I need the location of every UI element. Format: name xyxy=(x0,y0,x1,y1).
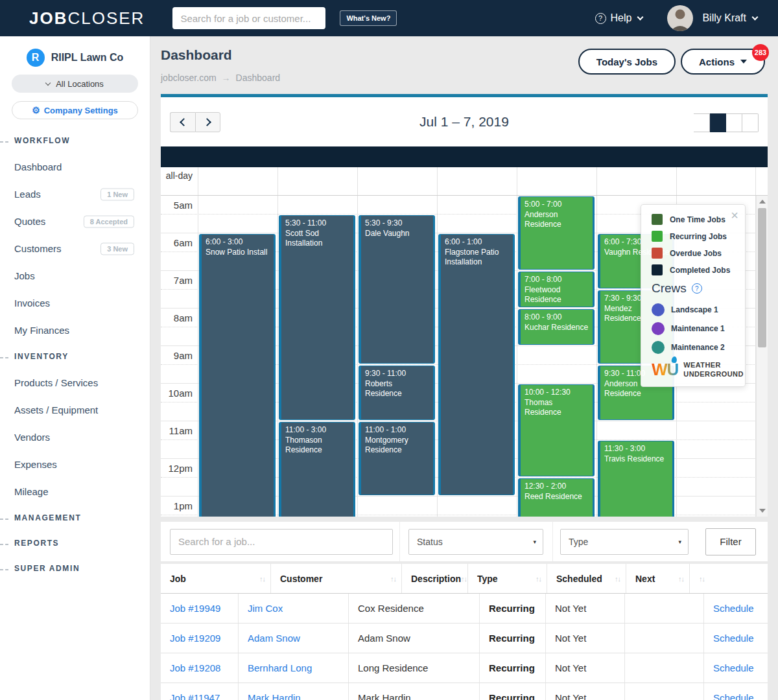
calendar-event-montgomery-residence[interactable]: 11:00 - 1:00 Montgomery Residence xyxy=(359,422,435,495)
customer-link[interactable]: Bernhard Long xyxy=(248,662,312,673)
job-link[interactable]: Job #11947 xyxy=(170,692,220,700)
scroll-down-icon[interactable] xyxy=(759,509,766,513)
table-header-cell[interactable] xyxy=(690,564,710,593)
legend-item: Recurring Jobs xyxy=(652,231,738,242)
close-icon[interactable] xyxy=(731,209,738,222)
table-header-row: Job Customer Description Type Scheduled xyxy=(161,564,768,594)
calendar-event-kuchar-residence[interactable]: 8:00 - 9:00 Kuchar Residence xyxy=(518,309,595,345)
sidebar-item-leads[interactable]: Leads 1 New xyxy=(0,181,150,208)
event-title: Anderson Residence xyxy=(525,210,590,230)
calendar-event-flagstone-patio-installation[interactable]: 6:00 - 1:00 Flagstone Patio Installation xyxy=(438,234,515,495)
view-button-month[interactable] xyxy=(694,113,710,132)
table-header-cell[interactable]: Description xyxy=(402,564,468,593)
whats-new-button[interactable]: What's New? xyxy=(340,10,397,26)
calendar-event-dale-vaughn[interactable]: 5:30 - 9:30 Dale Vaughn xyxy=(359,215,435,364)
user-avatar[interactable] xyxy=(667,5,693,31)
help-label: Help xyxy=(611,12,632,24)
sort-icon[interactable] xyxy=(461,575,467,583)
table-header-cell[interactable]: Type xyxy=(468,564,547,593)
table-header-cell[interactable]: Next xyxy=(626,564,690,593)
app-logo[interactable]: JOBCLOSER xyxy=(29,8,145,29)
customer-link[interactable]: Jim Cox xyxy=(248,603,283,614)
scrollbar-thumb[interactable] xyxy=(758,208,766,347)
calendar-event-scott-sod-installation[interactable]: 5:30 - 11:00 Scott Sod Installation xyxy=(279,215,355,420)
table-row: Job #19208 Bernhard Long Long Residence … xyxy=(161,653,768,683)
schedule-link[interactable]: Schedule xyxy=(713,692,754,700)
company-settings-button[interactable]: ⚙ Company Settings xyxy=(12,101,138,119)
sidebar-section-management: MANAGEMENT xyxy=(0,506,150,531)
sidebar-item-products-services[interactable]: Products / Services xyxy=(0,369,150,397)
event-time: 6:00 - 1:00 xyxy=(445,237,510,248)
sidebar-item-invoices[interactable]: Invoices xyxy=(0,290,150,317)
filter-button[interactable]: Filter xyxy=(705,528,756,555)
menu-label: INVENTORY xyxy=(14,352,69,361)
sidebar-item-mileage[interactable]: Mileage xyxy=(0,478,150,506)
table-header-cell[interactable]: Job xyxy=(161,564,271,593)
sort-icon[interactable] xyxy=(536,575,541,583)
crews-help-icon[interactable] xyxy=(692,283,702,294)
sidebar-item-assets-equipment[interactable]: Assets / Equipment xyxy=(0,397,150,424)
todays-jobs-button[interactable]: Today's Jobs xyxy=(578,49,676,75)
company-name: RIIPL Lawn Co xyxy=(51,52,124,64)
actions-button[interactable]: Actions 283 xyxy=(681,49,765,75)
type-cell: Recurring xyxy=(489,692,535,700)
time-label: 8am xyxy=(161,309,193,327)
job-search-input[interactable] xyxy=(170,529,393,555)
schedule-link[interactable]: Schedule xyxy=(713,603,754,614)
view-button-day[interactable] xyxy=(726,113,742,132)
scroll-up-icon[interactable] xyxy=(759,200,766,204)
locations-label: All Locations xyxy=(56,79,104,89)
sort-icon[interactable] xyxy=(390,575,396,583)
job-link[interactable]: Job #19209 xyxy=(170,633,220,644)
crew-label: Landscape 1 xyxy=(671,305,718,314)
event-title: Flagstone Patio Installation xyxy=(445,248,510,268)
sort-icon[interactable] xyxy=(615,575,620,583)
calendar-event-thomas-residence[interactable]: 10:00 - 12:30 Thomas Residence xyxy=(518,384,595,476)
view-button-today[interactable] xyxy=(742,113,759,132)
calendar-scrollbar[interactable] xyxy=(756,196,768,517)
calendar-event-fleetwood-residence[interactable]: 7:00 - 8:00 Fleetwood Residence xyxy=(518,272,595,307)
sidebar-item-jobs[interactable]: Jobs xyxy=(0,262,150,290)
type-select[interactable]: Type xyxy=(560,529,689,555)
caret-down-icon xyxy=(533,539,536,545)
help-menu[interactable]: Help xyxy=(595,12,643,24)
user-menu[interactable]: Billy Kraft xyxy=(702,12,757,24)
sidebar-item-my-finances[interactable]: My Finances xyxy=(0,317,150,344)
calendar-event-reed-residence[interactable]: 12:30 - 2:00 Reed Residence xyxy=(518,478,595,517)
breadcrumb-site[interactable]: jobcloser.com xyxy=(161,73,217,83)
menu-label: Jobs xyxy=(14,270,35,281)
customer-link[interactable]: Mark Hardin xyxy=(248,692,301,700)
customer-link[interactable]: Adam Snow xyxy=(248,633,300,644)
sort-icon[interactable] xyxy=(259,575,265,583)
sort-icon[interactable] xyxy=(678,575,684,583)
table-header-cell[interactable]: Scheduled xyxy=(547,564,626,593)
time-label: 5am xyxy=(161,196,193,215)
calendar-event-roberts-residence[interactable]: 9:30 - 11:00 Roberts Residence xyxy=(359,366,435,420)
table-header-cell[interactable]: Customer xyxy=(271,564,402,593)
sort-icon[interactable] xyxy=(699,575,705,583)
menu-label: Vendors xyxy=(14,432,50,443)
sidebar-item-customers[interactable]: Customers 3 New xyxy=(0,235,150,262)
status-select[interactable]: Status xyxy=(408,529,543,555)
sidebar-item-dashboard[interactable]: Dashboard xyxy=(0,154,150,181)
job-link[interactable]: Job #19949 xyxy=(170,603,220,614)
event-time: 6:00 - 3:00 xyxy=(206,237,271,248)
sidebar-item-quotes[interactable]: Quotes 8 Accepted xyxy=(0,208,150,235)
schedule-link[interactable]: Schedule xyxy=(713,633,754,644)
global-search-input[interactable] xyxy=(172,7,325,29)
calendar-event-snow-patio-install[interactable]: 6:00 - 3:00 Snow Patio Install xyxy=(199,234,276,517)
description-cell: Long Residence xyxy=(358,662,428,673)
calendar-event-anderson-residence[interactable]: 5:00 - 7:00 Anderson Residence xyxy=(518,196,595,270)
logo-bold: JOB xyxy=(29,8,67,28)
legend-swatch xyxy=(652,231,663,242)
locations-dropdown[interactable]: All Locations xyxy=(12,75,138,93)
schedule-link[interactable]: Schedule xyxy=(713,662,754,673)
calendar-event-travis-residence[interactable]: 11:30 - 3:00 Travis Residence xyxy=(598,441,674,517)
job-link[interactable]: Job #19208 xyxy=(170,662,220,673)
time-label: 7am xyxy=(161,271,193,290)
calendar-event-thomason-residence[interactable]: 11:00 - 3:00 Thomason Residence xyxy=(279,422,355,517)
sidebar-item-vendors[interactable]: Vendors xyxy=(0,424,150,451)
caret-down-icon xyxy=(740,60,747,64)
view-button-week[interactable] xyxy=(710,113,726,132)
sidebar-item-expenses[interactable]: Expenses xyxy=(0,451,150,478)
